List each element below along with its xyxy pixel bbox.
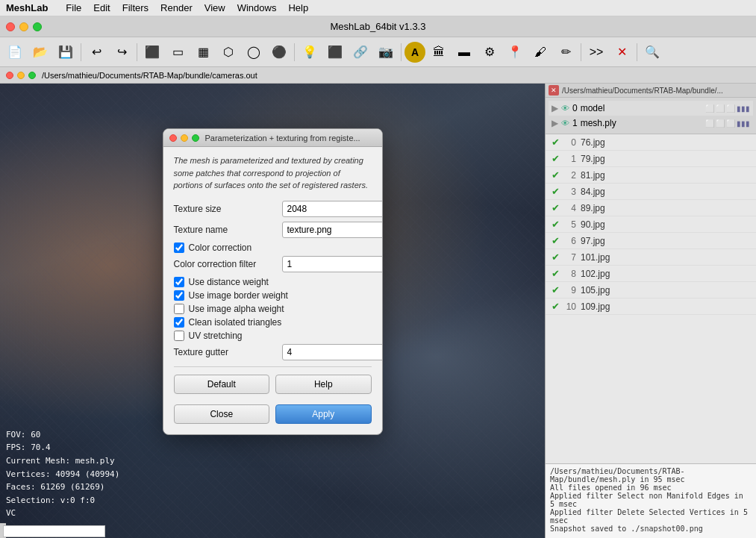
model-item-0[interactable]: ▶ 👁 0 model ⬜ ⬜ ⬜ ▮▮▮ <box>549 101 753 116</box>
texture-name-input[interactable] <box>282 222 383 238</box>
file-item-4[interactable]: ✔ 4 89.jpg <box>546 200 756 216</box>
menu-filters[interactable]: Filters <box>122 2 149 13</box>
new-file-button[interactable]: 📄 <box>3 40 27 64</box>
model-action-btn-1a[interactable]: ⬜ <box>705 119 714 128</box>
close-window-button[interactable] <box>6 22 15 31</box>
file-item-10[interactable]: ✔ 10 109.jpg <box>546 298 756 315</box>
file-item-8[interactable]: ✔ 8 102.jpg <box>546 266 756 282</box>
menu-edit[interactable]: Edit <box>93 2 110 13</box>
file-item-7[interactable]: ✔ 7 101.jpg <box>546 249 756 266</box>
distance-weight-checkbox[interactable] <box>174 277 184 287</box>
file-check-4: ✔ <box>552 202 560 213</box>
model-eye-1[interactable]: 👁 <box>561 119 569 128</box>
model-action-btn-1d[interactable]: ▮▮▮ <box>737 119 750 128</box>
search-button[interactable]: 🔍 <box>640 40 664 64</box>
building-button[interactable]: 🏛 <box>427 40 451 64</box>
pin-button[interactable]: 📍 <box>503 40 527 64</box>
model-item-1[interactable]: ▶ 👁 1 mesh.ply ⬜ ⬜ ⬜ ▮▮▮ <box>549 116 753 131</box>
parameterization-dialog: Parameterization + texturing from regist… <box>163 128 383 435</box>
maximize-sub-button[interactable] <box>28 72 36 79</box>
minimize-window-button[interactable] <box>19 22 28 31</box>
text-button[interactable]: A <box>404 42 425 63</box>
mesh-button[interactable]: ⬡ <box>216 40 240 64</box>
menu-file[interactable]: File <box>66 2 81 13</box>
model-action-btn-0c[interactable]: ⬜ <box>726 104 735 113</box>
texture-gutter-input[interactable] <box>282 344 383 360</box>
model-arrow-1: ▶ <box>552 118 558 128</box>
menu-render[interactable]: Render <box>160 2 193 13</box>
apply-button[interactable]: Apply <box>275 404 372 424</box>
file-item-5[interactable]: ✔ 5 90.jpg <box>546 216 756 233</box>
panel-header: ✕ /Users/mathieu/Documents/RTAB-Map/bund… <box>546 84 756 98</box>
dialog-maximize-dot[interactable] <box>192 134 199 142</box>
close-button[interactable]: Close <box>174 404 270 424</box>
forward-button[interactable]: >> <box>584 40 608 64</box>
save-file-button[interactable]: 💾 <box>54 40 78 64</box>
minimize-sub-button[interactable] <box>17 72 25 79</box>
clean-isolated-triangles-checkbox[interactable] <box>174 317 184 328</box>
maximize-window-button[interactable] <box>33 22 42 31</box>
uv-stretching-checkbox[interactable] <box>174 331 184 341</box>
help-button[interactable]: Help <box>275 375 372 394</box>
select-button[interactable]: ⬛ <box>140 40 164 64</box>
close-sub-button[interactable] <box>6 72 13 79</box>
3d-viewport[interactable]: FOV: 60 FPS: 70.4 Current Mesh: mesh.ply… <box>0 84 545 538</box>
settings-button[interactable]: ⚙ <box>478 40 502 64</box>
file-item-9[interactable]: ✔ 9 105.jpg <box>546 282 756 298</box>
texture-size-input[interactable] <box>282 201 383 217</box>
file-item-0[interactable]: ✔ 0 76.jpg <box>546 134 756 151</box>
close-button[interactable]: ✕ <box>610 40 634 64</box>
color-correction-filter-input[interactable] <box>282 256 383 272</box>
right-panel: ✕ /Users/mathieu/Documents/RTAB-Map/bund… <box>545 84 756 538</box>
menu-help[interactable]: Help <box>288 2 308 13</box>
model-action-btn-0d[interactable]: ▮▮▮ <box>737 104 750 113</box>
color-button[interactable]: ⬛ <box>323 40 347 64</box>
default-button[interactable]: Default <box>174 375 270 394</box>
undo-button[interactable]: ↩ <box>84 40 108 64</box>
plane-button[interactable]: ▬ <box>452 40 476 64</box>
model-action-btn-0b[interactable]: ⬜ <box>716 104 725 113</box>
pen-button[interactable]: ✏ <box>554 40 578 64</box>
link-button[interactable]: 🔗 <box>349 40 372 64</box>
image-border-weight-checkbox[interactable] <box>174 290 184 301</box>
select-rect-button[interactable]: ▭ <box>166 40 190 64</box>
menu-windows[interactable]: Windows <box>237 2 277 13</box>
status-input[interactable] <box>3 525 105 537</box>
model-action-btn-1c[interactable]: ⬜ <box>726 119 735 128</box>
light-button[interactable]: 💡 <box>298 40 322 64</box>
model-action-btn-0a[interactable]: ⬜ <box>705 104 714 113</box>
model-name-0: model <box>581 103 702 113</box>
file-name-0: 76.jpg <box>581 137 605 148</box>
color-correction-checkbox[interactable] <box>174 243 184 253</box>
dialog-minimize-dot[interactable] <box>181 134 188 142</box>
file-item-1[interactable]: ✔ 1 79.jpg <box>546 151 756 167</box>
toolbar-separator-4 <box>401 43 402 61</box>
image-border-weight-label: Use image border weight <box>189 290 288 301</box>
file-item-2[interactable]: ✔ 2 81.jpg <box>546 167 756 184</box>
menu-view[interactable]: View <box>204 2 225 13</box>
grid-button[interactable]: ▦ <box>191 40 215 64</box>
point-button[interactable]: ⚫ <box>267 40 291 64</box>
models-section: ▶ 👁 0 model ⬜ ⬜ ⬜ ▮▮▮ ▶ 👁 1 mesh.ply ⬜ <box>546 98 756 134</box>
redo-button[interactable]: ↪ <box>110 40 134 64</box>
app-name[interactable]: MeshLab <box>6 2 48 13</box>
dialog-close-dot[interactable] <box>169 134 177 142</box>
file-num-1: 1 <box>564 154 576 164</box>
file-check-3: ✔ <box>552 186 560 197</box>
file-check-0: ✔ <box>552 137 560 148</box>
file-item-3[interactable]: ✔ 3 84.jpg <box>546 184 756 200</box>
model-eye-0[interactable]: 👁 <box>561 104 569 113</box>
model-action-btn-1b[interactable]: ⬜ <box>716 119 725 128</box>
file-check-6: ✔ <box>552 235 560 246</box>
camera-button[interactable]: 📷 <box>374 40 398 64</box>
file-list[interactable]: ✔ 0 76.jpg ✔ 1 79.jpg ✔ 2 81.jpg ✔ 3 84.… <box>546 134 756 463</box>
panel-filepath: /Users/mathieu/Documents/RTAB-Map/bundle… <box>562 87 723 95</box>
sphere-button[interactable]: ◯ <box>242 40 266 64</box>
file-item-6[interactable]: ✔ 6 97.jpg <box>546 233 756 249</box>
model-actions-0: ⬜ ⬜ ⬜ ▮▮▮ <box>705 104 750 113</box>
paint-button[interactable]: 🖌 <box>528 40 552 64</box>
panel-close-button[interactable]: ✕ <box>549 85 559 96</box>
file-name-8: 102.jpg <box>581 269 610 279</box>
image-alpha-weight-checkbox[interactable] <box>174 304 184 314</box>
open-file-button[interactable]: 📂 <box>28 40 52 64</box>
